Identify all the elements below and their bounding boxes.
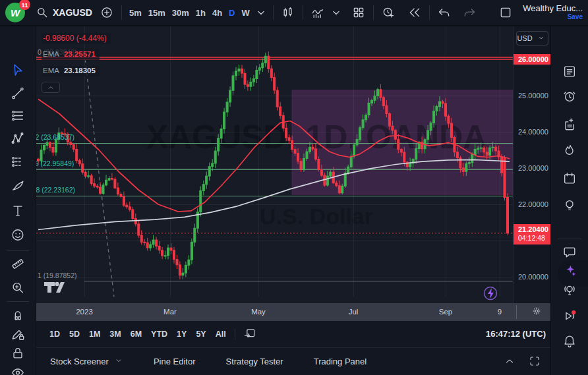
journal-plus-panel-button[interactable]	[560, 115, 579, 136]
timeframe-30m[interactable]: 30m	[169, 3, 192, 22]
create-alert-button[interactable]	[378, 3, 399, 22]
hide-drawings-tool-button[interactable]	[8, 363, 28, 375]
grid-layout-icon	[352, 6, 365, 19]
object-tree-layers-panel-button[interactable]	[560, 370, 579, 375]
timeframe-5m[interactable]: 5m	[126, 3, 145, 22]
indicator-templates-button[interactable]	[328, 3, 344, 22]
trend-line-tool-button[interactable]	[8, 84, 28, 105]
symbol-change-row[interactable]: -0.98600 (-4.44%)	[42, 33, 111, 44]
ruler-tool-button[interactable]	[8, 254, 28, 276]
notification-badge: 11	[19, 0, 30, 10]
time-tick-label: Sep	[439, 303, 452, 321]
range-1d-button[interactable]: 1D	[45, 327, 65, 341]
toolbar-divider	[7, 301, 29, 302]
indicators-icon	[311, 6, 324, 19]
tab-stock-screener[interactable]: Stock Screener	[46, 355, 127, 368]
range-all-button[interactable]: All	[211, 327, 231, 341]
hotlist-flame-panel-button[interactable]	[560, 141, 579, 163]
legend-collapse-button[interactable]	[42, 82, 60, 93]
toolbar-divider	[558, 239, 581, 239]
range-1m-button[interactable]: 1M	[84, 327, 105, 341]
time-tick-label: Jul	[349, 303, 359, 321]
xabcd-pattern-tool-button[interactable]	[8, 129, 28, 151]
range-6m-button[interactable]: 6M	[126, 327, 146, 341]
ideas-panel-button[interactable]	[560, 196, 579, 217]
calendar-panel-button[interactable]	[560, 169, 579, 190]
tab-pine-editor[interactable]: Pine Editor	[150, 356, 200, 367]
watchlist-panel-button[interactable]	[560, 62, 579, 84]
gear-icon	[531, 306, 542, 318]
go-to-date-button[interactable]	[239, 326, 260, 343]
server-clock[interactable]: 16:47:12 (UTC)	[486, 321, 546, 347]
compare-add-symbol-button[interactable]	[96, 3, 117, 22]
ema-slow-row[interactable]: EMA 23.18305	[42, 66, 100, 77]
alerts-clock-panel-button[interactable]	[560, 87, 579, 109]
tab-strategy-tester[interactable]: Strategy Tester	[221, 356, 287, 367]
range-5d-button[interactable]: 5D	[65, 327, 84, 341]
notifications-bell-panel-button[interactable]	[560, 332, 579, 353]
range-ytd-button[interactable]: YTD	[146, 327, 172, 341]
magnet-tool-button[interactable]	[8, 304, 28, 326]
timeframe-1h[interactable]: 1h	[192, 3, 209, 22]
layout-name-block[interactable]: Wealthy Educ... Save	[523, 4, 583, 21]
undo-button[interactable]	[434, 3, 455, 22]
timeframe-D[interactable]: D	[225, 3, 238, 22]
journal-plus-icon	[562, 124, 577, 134]
timeframe-W[interactable]: W	[239, 3, 253, 22]
chevron-down-icon	[537, 34, 545, 42]
brush-tool-button[interactable]	[8, 177, 28, 198]
time-tick-label: 2023	[76, 303, 93, 321]
chat-icon	[562, 252, 577, 262]
currency-selector[interactable]: USD	[516, 31, 548, 45]
layout-grid-button[interactable]	[348, 3, 369, 22]
forecast-tool-button[interactable]	[8, 152, 28, 174]
toolbar-divider	[373, 5, 374, 20]
candles-icon	[281, 6, 295, 19]
cursor-tool-button[interactable]	[8, 61, 28, 82]
currency-label: USD	[517, 34, 532, 42]
range-1y-button[interactable]: 1Y	[172, 327, 191, 341]
chart-legend: -0.98600 (-4.44%) EMA 23.25571 EMA 23.18…	[42, 33, 111, 93]
timeframe-15m[interactable]: 15m	[145, 3, 169, 22]
toolbar-divider	[429, 5, 430, 20]
magnet-icon	[11, 314, 25, 324]
last-price-label: 21.20400 04:12:48	[514, 224, 551, 245]
emoji-tool-button[interactable]	[8, 225, 28, 247]
save-layout-checkbox[interactable]	[495, 3, 516, 22]
ema-fast-row[interactable]: EMA 23.25571	[42, 49, 100, 61]
text-tool-button[interactable]	[8, 201, 28, 223]
toolbar-divider	[235, 328, 235, 340]
broker-logo[interactable]: W 11	[4, 1, 29, 24]
alert-clock-plus-icon	[382, 6, 395, 19]
drawing-lock-icon	[11, 333, 25, 343]
time-tick-label: 9	[498, 303, 502, 321]
fullscreen-button[interactable]	[527, 354, 542, 370]
price-axis[interactable]: USD 26.0000025.0000024.0000023.0000022.0…	[513, 26, 550, 303]
chart-type-button[interactable]	[278, 3, 299, 22]
tab-trading-panel[interactable]: Trading Panel	[310, 356, 370, 367]
indicators-button[interactable]	[307, 3, 328, 22]
range-5y-button[interactable]: 5Y	[191, 327, 210, 341]
timeframe-4h[interactable]: 4h	[209, 3, 225, 22]
streams-bulb-panel-button[interactable]	[560, 280, 579, 302]
timeframe-menu-button[interactable]	[253, 3, 269, 22]
symbol-search-button[interactable]: XAGUSD	[32, 3, 96, 22]
redo-button[interactable]	[459, 3, 480, 22]
time-axis[interactable]: 2023MarMayJulSep9	[36, 303, 550, 321]
boost-button[interactable]	[485, 287, 497, 300]
bar-replay-button[interactable]	[404, 3, 425, 22]
toolbar-divider	[303, 5, 303, 20]
cursor-icon	[11, 70, 25, 80]
lock-all-tool-button[interactable]	[8, 343, 28, 365]
chart-settings-button[interactable]	[525, 304, 548, 320]
watchlist-icon	[562, 71, 577, 81]
live-play-panel-button[interactable]	[560, 306, 579, 328]
fib-lines-tool-button[interactable]	[8, 106, 28, 128]
price-chart[interactable]: XAGUSD, 1D, OANDAU.S. Dollar0 (26.03846)…	[36, 26, 513, 303]
save-link[interactable]: Save	[568, 13, 583, 21]
range-3m-button[interactable]: 3M	[105, 327, 125, 341]
chevron-down-icon	[330, 6, 343, 19]
square-outline-icon	[499, 6, 512, 19]
zoom-in-tool-button[interactable]	[8, 278, 28, 300]
panel-expand-button[interactable]	[502, 354, 517, 370]
